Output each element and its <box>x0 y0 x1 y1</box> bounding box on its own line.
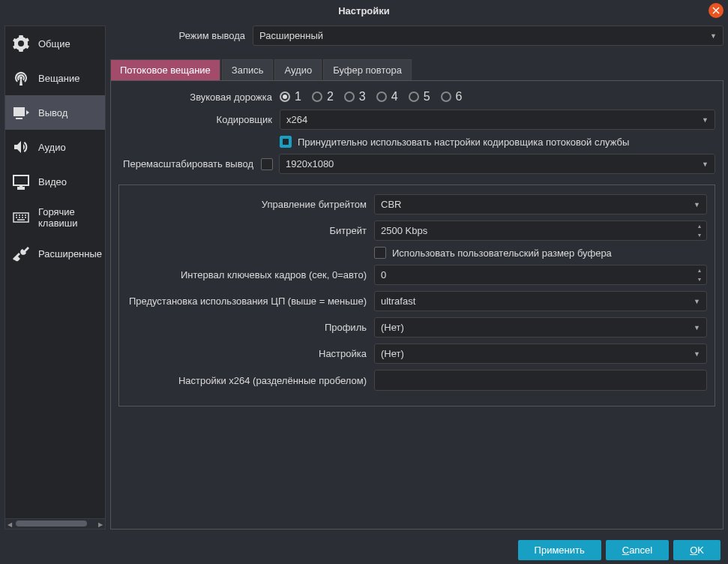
keyframe-spinner[interactable]: 0 ▲▼ <box>374 265 707 285</box>
cancel-button[interactable]: Cancel <box>606 540 669 560</box>
keyboard-icon <box>11 208 31 227</box>
main-area: Общие Вещание Вывод Аудио Видео Горячие … <box>0 21 728 534</box>
window-title: Настройки <box>338 5 390 16</box>
custom-buffer-checkbox[interactable] <box>374 247 386 259</box>
audio-track-label: Звуковая дорожка <box>118 92 280 103</box>
output-tabs: Потоковое вещание Запись Аудио Буфер пов… <box>110 59 724 80</box>
x264opts-input[interactable] <box>374 370 707 391</box>
tune-label: Настройка <box>127 348 374 359</box>
close-icon <box>712 7 720 14</box>
chevron-down-icon: ▼ <box>702 116 709 124</box>
apply-button[interactable]: Применить <box>518 540 601 560</box>
tab-audio[interactable]: Аудио <box>274 59 322 80</box>
antenna-icon <box>11 68 31 88</box>
sidebar-item-label: Горячие клавиши <box>38 206 99 229</box>
sidebar-item-video[interactable]: Видео <box>5 164 105 199</box>
output-icon <box>11 103 31 122</box>
audio-track-5[interactable]: 5 <box>409 90 430 104</box>
encoder-label: Кодировщик <box>118 114 280 125</box>
chevron-down-icon: ▼ <box>694 324 700 332</box>
sidebar-item-stream[interactable]: Вещание <box>5 61 105 95</box>
sidebar-item-audio[interactable]: Аудио <box>5 130 105 164</box>
encoder-settings-section: Управление битрейтом CBR▼ Битрейт 2500 K… <box>118 184 715 406</box>
gear-icon <box>11 34 31 53</box>
enforce-encoder-checkbox[interactable] <box>280 136 292 148</box>
chevron-down-icon: ▼ <box>702 160 709 168</box>
chevron-down-icon: ▼ <box>694 201 700 208</box>
tools-icon <box>11 244 31 263</box>
rescale-checkbox[interactable] <box>261 158 273 170</box>
tune-select[interactable]: (Нет)▼ <box>374 344 707 364</box>
sidebar-item-label: Вещание <box>38 73 80 84</box>
keyframe-label: Интервал ключевых кадров (сек, 0=авто) <box>127 269 374 280</box>
audio-track-6[interactable]: 6 <box>441 90 463 104</box>
audio-track-3[interactable]: 3 <box>344 90 366 104</box>
ok-button[interactable]: OK <box>673 540 721 560</box>
sidebar-item-hotkeys[interactable]: Горячие клавиши <box>5 199 105 236</box>
custom-buffer-label: Использовать пользовательский размер буф… <box>392 248 612 259</box>
chevron-down-icon: ▼ <box>694 350 700 358</box>
audio-track-2[interactable]: 2 <box>312 90 334 104</box>
sidebar: Общие Вещание Вывод Аудио Видео Горячие … <box>4 26 106 530</box>
rescale-select[interactable]: 1920x1080▼ <box>279 154 715 174</box>
tab-streaming[interactable]: Потоковое вещание <box>110 59 220 80</box>
scroll-left-icon[interactable]: ◀ <box>5 519 14 530</box>
chevron-down-icon: ▼ <box>694 298 700 305</box>
output-mode-select[interactable]: Расширенный▼ <box>253 26 724 46</box>
chevron-down-icon: ▼ <box>710 32 717 40</box>
audio-track-radio-group: 1 2 3 4 5 6 <box>280 90 462 104</box>
sidebar-item-label: Видео <box>38 176 67 188</box>
rate-control-label: Управление битрейтом <box>127 199 374 210</box>
rescale-label: Перемасштабировать вывод <box>118 158 261 170</box>
audio-track-1[interactable]: 1 <box>280 90 301 104</box>
sidebar-item-general[interactable]: Общие <box>5 26 105 61</box>
output-mode-label: Режим вывода <box>110 30 253 41</box>
content-pane: Режим вывода Расширенный▼ Потоковое веща… <box>110 26 724 530</box>
cpu-preset-label: Предустановка использования ЦП (выше = м… <box>127 296 374 307</box>
scroll-right-icon[interactable]: ▶ <box>96 519 105 530</box>
sidebar-item-output[interactable]: Вывод <box>5 95 105 130</box>
profile-select[interactable]: (Нет)▼ <box>374 317 707 338</box>
sidebar-item-label: Расширенные <box>38 248 102 260</box>
profile-label: Профиль <box>127 322 374 333</box>
enforce-encoder-label: Принудительно использовать настройки код… <box>298 136 629 148</box>
cpu-preset-select[interactable]: ultrafast▼ <box>374 291 707 311</box>
bitrate-spinner[interactable]: 2500 Kbps ▲▼ <box>374 220 707 241</box>
sidebar-item-label: Общие <box>38 38 70 50</box>
spinner-up-icon[interactable]: ▲ <box>694 266 706 275</box>
tab-recording[interactable]: Запись <box>222 59 274 80</box>
sidebar-item-label: Вывод <box>38 107 67 118</box>
sidebar-scrollbar[interactable]: ◀ ▶ <box>5 518 105 529</box>
streaming-panel: Звуковая дорожка 1 2 3 4 5 6 Кодировщик … <box>110 80 724 530</box>
encoder-select[interactable]: x264▼ <box>280 110 715 130</box>
close-button[interactable] <box>709 3 724 18</box>
audio-track-4[interactable]: 4 <box>376 90 398 104</box>
titlebar: Настройки <box>0 0 728 21</box>
sidebar-item-advanced[interactable]: Расширенные <box>5 236 105 271</box>
speaker-icon <box>11 137 31 157</box>
x264opts-label: Настройки x264 (разделённые пробелом) <box>127 375 374 386</box>
scrollbar-thumb[interactable] <box>16 520 87 526</box>
tab-replay-buffer[interactable]: Буфер повтора <box>323 59 412 80</box>
bitrate-label: Битрейт <box>127 225 374 236</box>
spinner-down-icon[interactable]: ▼ <box>694 275 706 284</box>
spinner-up-icon[interactable]: ▲ <box>694 222 706 231</box>
sidebar-item-label: Аудио <box>38 142 66 153</box>
dialog-footer: Применить Cancel OK <box>0 534 728 564</box>
rate-control-select[interactable]: CBR▼ <box>374 194 707 214</box>
spinner-down-icon[interactable]: ▼ <box>694 231 706 240</box>
monitor-icon <box>11 172 31 191</box>
